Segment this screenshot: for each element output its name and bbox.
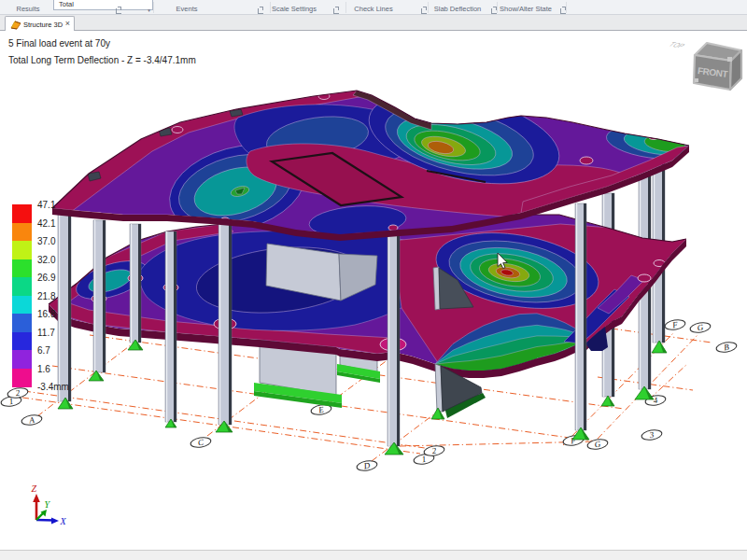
column-spot <box>172 127 183 133</box>
column-spot <box>418 101 431 108</box>
ribbon-group-separator <box>270 2 271 13</box>
legend-color-box <box>12 314 32 332</box>
grid-bubble-G: G <box>689 321 711 334</box>
loading-event-text: 5 Final load event at 70y <box>8 38 110 49</box>
x-arrow <box>51 518 59 525</box>
grid-bubble-B: B <box>715 341 737 354</box>
column-shade <box>584 203 586 430</box>
ribbon-group-label-results: Results <box>16 5 39 13</box>
column <box>58 211 71 401</box>
z-arrow <box>33 494 40 502</box>
legend-color-box <box>12 350 32 369</box>
legend-value: 47.1 <box>37 200 55 210</box>
support-pyramid <box>601 396 614 406</box>
ribbon-group-label-check-lines: Check Lines <box>354 5 392 13</box>
legend-color-box <box>12 332 32 351</box>
column-shade <box>174 231 176 422</box>
grid-line <box>9 396 420 454</box>
dialog-launcher-icon[interactable] <box>258 8 263 14</box>
grid-bubble-2: 2 <box>7 386 28 399</box>
ribbon-group-label-scale-settings: Scale Settings <box>272 5 317 13</box>
column <box>93 220 106 372</box>
ribbon-group-separator <box>428 2 429 13</box>
column-shade <box>397 235 400 446</box>
legend-color-box <box>12 369 32 387</box>
model-3d-viewport[interactable]: 12ACDEFG1234BFGZYXFRONTTOP <box>0 0 747 560</box>
column-highlight <box>94 220 95 372</box>
legend-value: 32.0 <box>37 254 55 264</box>
tab-close-icon[interactable]: × <box>65 20 70 28</box>
results-type-combobox[interactable]: Total ▾ <box>53 0 153 10</box>
column-highlight <box>166 231 167 422</box>
tab-label: Structure 3D <box>23 21 63 29</box>
legend-value: 1.6 <box>37 363 50 373</box>
column-spot <box>580 157 593 164</box>
ribbon-toolbar: Total ▾ ResultsEventsScale SettingsCheck… <box>0 0 747 15</box>
grid-bubble-3: 3 <box>641 428 662 441</box>
cube-top-label: TOP <box>667 41 687 49</box>
legend-color-box <box>12 241 32 259</box>
column-shade <box>68 211 71 401</box>
deflection-result-text: Total Long Term Deflection - Z = -3.4/47… <box>8 55 196 65</box>
legend-value: 37.0 <box>37 236 55 246</box>
grid-bubble-D: D <box>356 459 377 472</box>
upper-slab <box>52 77 698 246</box>
status-strip <box>0 550 747 560</box>
column <box>165 231 176 422</box>
grid-bubble-C: C <box>190 436 211 449</box>
column <box>130 224 141 343</box>
legend-value: 21.8 <box>37 290 55 301</box>
column-shade <box>103 220 106 372</box>
column-spot <box>388 225 398 231</box>
lower-slab <box>49 215 686 378</box>
ribbon-group-separator <box>566 2 567 13</box>
grid-line <box>649 364 687 399</box>
ribbon-group-separator <box>345 2 346 13</box>
view-cube[interactable]: FRONTTOP <box>667 41 741 90</box>
column-highlight <box>219 222 220 425</box>
ribbon-group-separator <box>153 2 154 13</box>
structure-3d-icon <box>9 19 22 30</box>
grid-bubble-F: F <box>664 318 685 331</box>
legend-value: 16.8 <box>37 309 55 319</box>
z-label: Z <box>32 483 37 494</box>
legend-value: 42.1 <box>37 217 55 228</box>
column-highlight <box>131 224 132 343</box>
combo-value: Total <box>59 0 74 8</box>
column <box>575 203 586 430</box>
tab-structure-3d[interactable]: Structure 3D × <box>5 16 75 31</box>
column-shade <box>138 224 141 343</box>
cube-corner-box <box>695 78 698 82</box>
grid-bubble-2: 2 <box>423 444 444 457</box>
legend-color-box <box>12 223 32 242</box>
ribbon-group-label-events: Events <box>176 5 198 13</box>
legend-color-box <box>12 259 32 278</box>
x-label: X <box>60 516 67 526</box>
y-label: Y <box>45 499 51 510</box>
dialog-launcher-icon[interactable] <box>116 8 121 14</box>
legend-value: 26.9 <box>37 273 55 283</box>
cube-corner-box <box>727 57 732 62</box>
ribbon-group-separator <box>497 2 498 13</box>
application-window: Total ▾ ResultsEventsScale SettingsCheck… <box>0 0 747 560</box>
view-tab-bar: Structure 3D × <box>0 15 747 31</box>
column-ring <box>638 274 651 282</box>
ribbon-group-label-slab-deflection: Slab Deflection <box>434 5 481 13</box>
column <box>218 222 232 425</box>
column-highlight <box>576 203 577 430</box>
column-highlight <box>59 211 60 401</box>
legend-value: 11.7 <box>37 327 55 337</box>
legend-color-box <box>12 204 32 223</box>
legend-color-box <box>12 277 32 296</box>
axis-triad: ZYX <box>32 483 67 526</box>
grid-bubble-A: A <box>21 413 42 427</box>
dialog-launcher-icon[interactable] <box>421 8 427 14</box>
ribbon-group-label-show-alter-state: Show/Alter State <box>500 5 552 13</box>
column <box>388 235 400 446</box>
grid-bubble-G: G <box>586 438 608 451</box>
legend-value: 6.7 <box>37 345 50 356</box>
dialog-launcher-icon[interactable] <box>333 8 339 14</box>
legend-color-box <box>12 296 32 315</box>
column-shade <box>229 222 232 425</box>
legend-value: -3.4mm <box>37 382 69 392</box>
